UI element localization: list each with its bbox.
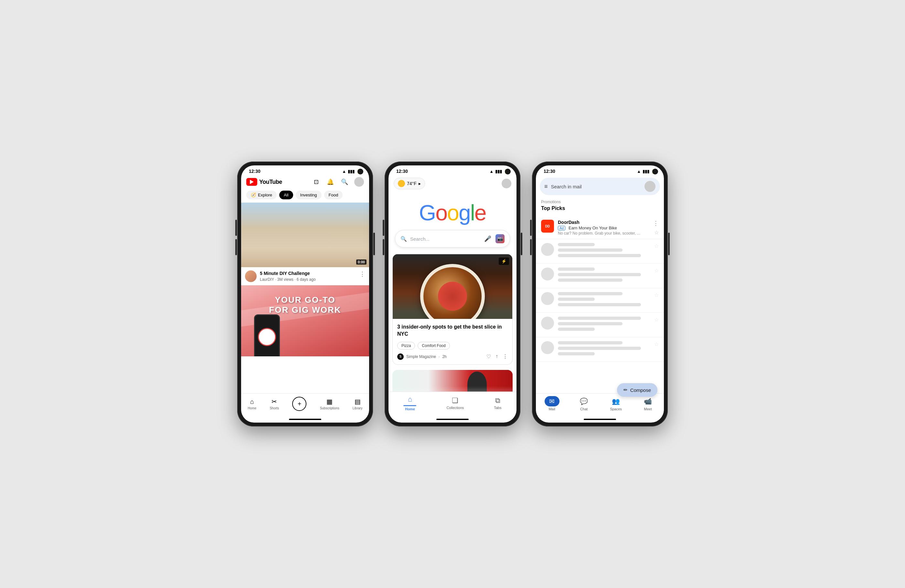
vol-down-btn[interactable] [235, 239, 237, 255]
home-indicator [289, 419, 321, 420]
nav-subscriptions[interactable]: ▦ Subscriptions [320, 398, 339, 410]
camera-cutout [505, 169, 511, 174]
more-button[interactable]: ⋮ [503, 353, 508, 360]
wifi-icon: ▲ [342, 169, 346, 174]
article-footer: S Simple Magazine · 2h ♡ ↑ ⋮ [397, 353, 508, 360]
nav-shorts[interactable]: ✂ Shorts [270, 398, 279, 410]
chip-food[interactable]: Food [324, 191, 343, 199]
tabs-icon: ⧉ [495, 396, 500, 405]
power-btn[interactable] [668, 233, 670, 255]
ad-phone-mockup [254, 314, 280, 357]
youtube-bottom-nav: ⌂ Home ✂ Shorts + ▦ Subscriptions ▤ Libr… [241, 393, 369, 417]
article-partial-card[interactable] [392, 370, 513, 391]
thumbnail-image [241, 203, 369, 267]
add-button[interactable]: + [292, 397, 306, 411]
collections-icon: ❏ [452, 396, 458, 405]
skeleton-email-3: ☆ [536, 288, 664, 313]
gmail-nav-spaces[interactable]: 👥 Spaces [609, 396, 624, 411]
spaces-icon: 👥 [612, 398, 620, 405]
gmail-nav-mail[interactable]: ✉ Mail [545, 396, 559, 411]
email-sender: DoorDash [558, 220, 649, 225]
nav-add[interactable]: + [292, 397, 306, 411]
google-search-bar[interactable]: 🔍 Search... 🎤 📷 [395, 230, 510, 247]
gmail-nav-meet[interactable]: 📹 Meet [641, 396, 656, 411]
email-actions: ⋮ ☆ [653, 220, 659, 236]
more-options-button[interactable]: ⋮ [653, 220, 659, 227]
cast-button[interactable]: ⊡ [311, 178, 321, 186]
power-btn[interactable] [373, 233, 375, 255]
hamburger-icon[interactable]: ≡ [544, 183, 548, 190]
chip-investing[interactable]: Investing [296, 191, 322, 199]
meet-tab[interactable]: 📹 [641, 396, 656, 406]
vol-down-btn[interactable] [530, 239, 532, 255]
video-thumbnail[interactable]: 0:00 [241, 203, 369, 267]
video-metadata: 5 Minute DIY Challenge LaurDIY · 3M view… [260, 270, 356, 282]
tag-pizza[interactable]: Pizza [397, 342, 415, 350]
doordash-logo-text: DD [545, 225, 550, 228]
g-nav-collections-label: Collections [446, 406, 464, 410]
star-button[interactable]: ☆ [654, 230, 659, 236]
chip-all[interactable]: All [279, 191, 293, 199]
tag-comfort-food[interactable]: Comfort Food [418, 342, 449, 350]
mail-tab[interactable]: ✉ [545, 396, 559, 406]
google-logo: Google [419, 201, 486, 223]
compose-button[interactable]: ✏ Compose [617, 383, 657, 397]
share-button[interactable]: ↑ [495, 353, 498, 360]
search-button[interactable]: 🔍 [340, 178, 349, 186]
weather-chip[interactable]: 74°F ▸ [394, 178, 425, 189]
nav-home[interactable]: ⌂ Home [248, 398, 257, 410]
ad-badge: Ad [558, 226, 565, 230]
email-list[interactable]: ☆ ☆ ☆ [536, 239, 664, 393]
skeleton-lines [558, 317, 650, 333]
video-more-button[interactable]: ⋮ [359, 270, 365, 277]
vol-up-btn[interactable] [383, 220, 384, 236]
youtube-logo: YouTube [246, 178, 282, 186]
article-time: 2h [442, 354, 446, 359]
google-logo-container: Google [389, 192, 516, 230]
skeleton-line [558, 322, 622, 325]
email-subject-line: Ad Earn Money On Your Bike [558, 225, 649, 230]
chat-tab[interactable]: 💬 [576, 396, 592, 406]
lens-icon[interactable]: 📷 [495, 234, 505, 243]
spaces-tab[interactable]: 👥 [609, 396, 624, 406]
skeleton-line [558, 243, 595, 246]
gmail-search-bar[interactable]: ≡ Search in mail [540, 178, 660, 195]
like-button[interactable]: ♡ [486, 353, 491, 360]
skeleton-line [558, 303, 641, 306]
library-icon: ▤ [354, 398, 361, 406]
vol-down-btn[interactable] [383, 239, 384, 255]
spaces-label: Spaces [610, 407, 622, 411]
phone-gmail: 12:30 ▲ ▮▮▮ 🔋 ≡ Search in mail Promotion… [532, 162, 668, 426]
power-btn[interactable] [521, 233, 522, 255]
google-feed[interactable]: ⚡ 3 insider-only spots to get the best s… [389, 254, 516, 391]
ad-card[interactable]: YOUR GO-TO FOR GIG WORK [241, 285, 369, 357]
video-card: 0:00 5 Minute DIY Challenge LaurDIY · 3M… [241, 203, 369, 285]
user-avatar[interactable] [502, 179, 511, 189]
channel-avatar[interactable] [245, 270, 257, 282]
star-placeholder: ☆ [654, 292, 659, 298]
mic-icon[interactable]: 🎤 [483, 234, 492, 243]
g-nav-home[interactable]: ⌂ Home [403, 395, 416, 411]
user-avatar[interactable] [354, 177, 364, 187]
logo-o1: o [435, 200, 447, 225]
youtube-screen: 12:30 ▲ ▮▮▮ 🔋 YouTube ⊡ 🔔 🔍 🧭 [241, 165, 369, 423]
g-nav-tabs[interactable]: ⧉ Tabs [494, 396, 501, 410]
chip-explore[interactable]: 🧭 Explore [246, 191, 277, 199]
home-indicator [437, 419, 468, 420]
article-thumbnail[interactable]: ⚡ [393, 254, 512, 319]
vol-up-btn[interactable] [530, 220, 532, 236]
source-avatar: S [397, 353, 404, 360]
vol-up-btn[interactable] [235, 220, 237, 236]
star-placeholder: ☆ [654, 268, 659, 274]
nav-library[interactable]: ▤ Library [352, 398, 363, 410]
notifications-button[interactable]: 🔔 [326, 178, 335, 186]
doordash-email[interactable]: DD DoorDash Ad Earn Money On Your Bike N… [536, 217, 664, 239]
gmail-nav-chat[interactable]: 💬 Chat [576, 396, 592, 411]
article-partial-overlay [392, 386, 513, 391]
video-feed[interactable]: 0:00 5 Minute DIY Challenge LaurDIY · 3M… [241, 203, 369, 393]
user-avatar[interactable] [645, 181, 656, 192]
skeleton-email-5: ☆ [536, 337, 664, 362]
article-title: 3 insider-only spots to get the best sli… [397, 323, 508, 338]
logo-o2: o [447, 200, 459, 225]
g-nav-collections[interactable]: ❏ Collections [446, 396, 464, 410]
